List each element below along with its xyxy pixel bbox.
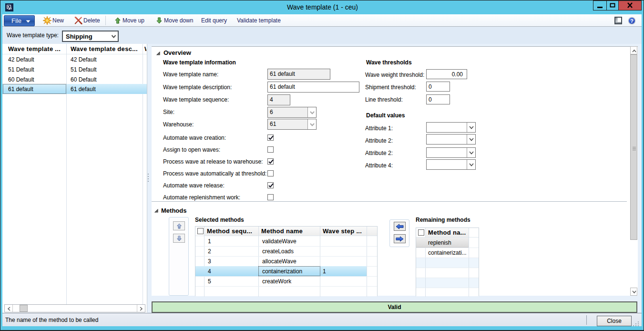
svg-text:?: ? xyxy=(630,18,634,24)
